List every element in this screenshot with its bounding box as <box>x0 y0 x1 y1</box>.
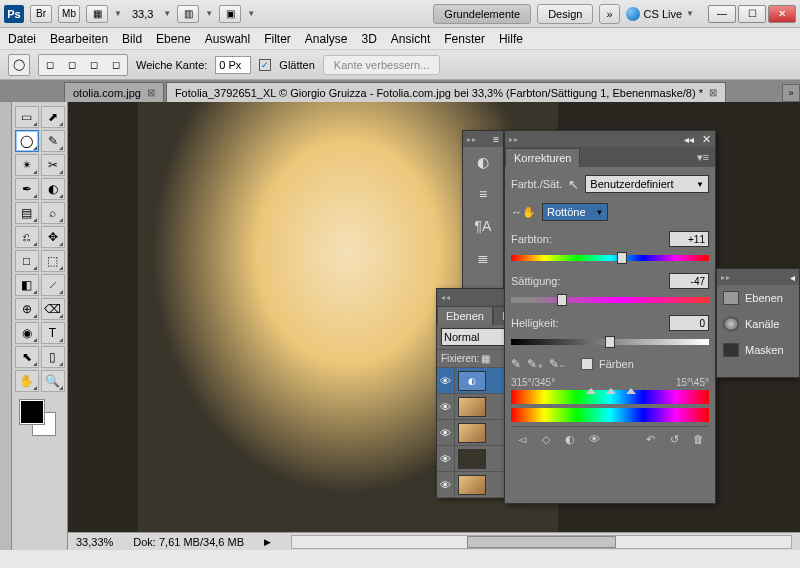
scrollbar-thumb[interactable] <box>467 536 617 548</box>
antialias-checkbox[interactable]: ✓ <box>259 59 271 71</box>
layer-thumbnail[interactable] <box>458 449 486 469</box>
selection-subtract[interactable]: ◻ <box>84 56 104 74</box>
visibility-toggle[interactable]: 👁 <box>437 394 455 419</box>
clip-icon[interactable]: ◐ <box>561 431 579 447</box>
color-swatches[interactable] <box>20 400 60 440</box>
close-icon[interactable]: ✕ <box>702 133 711 146</box>
panel-titlebar[interactable]: ▸▸ ◂◂ ✕ <box>505 131 715 147</box>
tool-preset-picker[interactable]: ◯ <box>8 54 30 76</box>
histogram-icon[interactable]: ≡ <box>470 183 496 205</box>
refine-edge-button[interactable]: Kante verbessern... <box>323 55 440 75</box>
tool-19[interactable]: T <box>41 322 65 344</box>
preset-select[interactable]: Benutzerdefiniert▼ <box>585 175 709 193</box>
blend-mode-select[interactable]: Normal <box>441 328 513 346</box>
eyedropper-add-icon[interactable]: ✎₊ <box>527 357 543 371</box>
minimize-button[interactable]: — <box>708 5 736 23</box>
visibility-toggle[interactable]: 👁 <box>437 472 455 497</box>
tool-17[interactable]: ⌫ <box>41 298 65 320</box>
tool-4[interactable]: ✴ <box>15 154 39 176</box>
chevron-down-icon[interactable]: ▼ <box>163 9 171 18</box>
menu-bearbeiten[interactable]: Bearbeiten <box>50 32 108 46</box>
selection-new[interactable]: ◻ <box>40 56 60 74</box>
tool-16[interactable]: ⊕ <box>15 298 39 320</box>
tool-3[interactable]: ✎ <box>41 130 65 152</box>
tool-18[interactable]: ◉ <box>15 322 39 344</box>
tool-1[interactable]: ⬈ <box>41 106 65 128</box>
close-icon[interactable]: ⊠ <box>147 87 155 98</box>
chevron-down-icon[interactable]: ▼ <box>247 9 255 18</box>
hue-slider[interactable] <box>511 251 709 265</box>
maximize-button[interactable]: ☐ <box>738 5 766 23</box>
document-tab-inactive[interactable]: otolia.com.jpg ⊠ <box>64 82 164 102</box>
paragraph-icon[interactable]: ≣ <box>470 247 496 269</box>
saturation-slider[interactable] <box>511 293 709 307</box>
status-docsize[interactable]: Dok: 7,61 MB/34,6 MB <box>133 536 244 548</box>
tool-14[interactable]: ◧ <box>15 274 39 296</box>
selection-add[interactable]: ◻ <box>62 56 82 74</box>
lightness-slider[interactable] <box>511 335 709 349</box>
tool-2[interactable]: ◯ <box>15 130 39 152</box>
dock-ebenen[interactable]: Ebenen <box>717 285 799 311</box>
menu-bild[interactable]: Bild <box>122 32 142 46</box>
tab-korrekturen[interactable]: Korrekturen <box>505 148 580 167</box>
collapse-icon[interactable]: ◂◂ <box>684 134 694 145</box>
document-tab-active[interactable]: Fotolia_3792651_XL © Giorgio Gruizza - F… <box>166 82 726 102</box>
screen-mode-button[interactable]: ▣ <box>219 5 241 23</box>
adjustments-icon[interactable]: ◐ <box>470 151 496 173</box>
color-range-upper[interactable] <box>511 390 709 404</box>
expand-icon[interactable]: ◇ <box>537 431 555 447</box>
panel-titlebar[interactable]: ▸▸◂ <box>717 269 799 285</box>
tool-23[interactable]: 🔍 <box>41 370 65 392</box>
status-zoom[interactable]: 33,33% <box>76 536 113 548</box>
tab-scroll-right[interactable]: » <box>782 84 800 102</box>
visibility-toggle[interactable]: 👁 <box>437 368 455 393</box>
workspace-more[interactable]: » <box>599 4 619 24</box>
tool-22[interactable]: ✋ <box>15 370 39 392</box>
menu-filter[interactable]: Filter <box>264 32 291 46</box>
menu-auswahl[interactable]: Auswahl <box>205 32 250 46</box>
reset-icon[interactable]: ↺ <box>665 431 683 447</box>
previous-icon[interactable]: ↶ <box>641 431 659 447</box>
close-icon[interactable]: ⊠ <box>709 87 717 98</box>
panel-titlebar[interactable]: ▸▸≡ <box>463 131 503 147</box>
layer-thumbnail[interactable] <box>458 475 486 495</box>
delete-icon[interactable]: 🗑 <box>689 431 707 447</box>
dock-kanaele[interactable]: Kanäle <box>717 311 799 337</box>
tool-13[interactable]: ⬚ <box>41 250 65 272</box>
tool-11[interactable]: ✥ <box>41 226 65 248</box>
colorize-checkbox[interactable] <box>581 358 593 370</box>
menu-fenster[interactable]: Fenster <box>444 32 485 46</box>
workspace-grundelemente[interactable]: Grundelemente <box>433 4 531 24</box>
tool-15[interactable]: ⟋ <box>41 274 65 296</box>
panel-menu-icon[interactable]: ≡ <box>493 134 499 145</box>
visibility-toggle[interactable]: 👁 <box>437 420 455 445</box>
menu-ansicht[interactable]: Ansicht <box>391 32 430 46</box>
panel-menu-icon[interactable]: ▾≡ <box>691 148 715 167</box>
tool-12[interactable]: □ <box>15 250 39 272</box>
chevron-down-icon[interactable]: ▼ <box>114 9 122 18</box>
chevron-right-icon[interactable]: ▶ <box>264 537 271 547</box>
eyedropper-icon[interactable]: ✎ <box>511 357 521 371</box>
workspace-design[interactable]: Design <box>537 4 593 24</box>
view-extras-button[interactable]: ▦ <box>86 5 108 23</box>
tool-8[interactable]: ▤ <box>15 202 39 224</box>
dock-masken[interactable]: Masken <box>717 337 799 363</box>
tab-ebenen[interactable]: Ebenen <box>437 306 493 325</box>
hue-value[interactable] <box>669 231 709 247</box>
horizontal-scrollbar[interactable] <box>291 535 792 549</box>
cs-live[interactable]: CS Live ▼ <box>626 7 694 21</box>
return-icon[interactable]: ◅ <box>513 431 531 447</box>
menu-analyse[interactable]: Analyse <box>305 32 348 46</box>
scrubby-icon[interactable]: ↔✋ <box>511 206 536 219</box>
channel-select[interactable]: Rottöne▼ <box>542 203 608 221</box>
tool-21[interactable]: ▯ <box>41 346 65 368</box>
layer-thumbnail[interactable] <box>458 397 486 417</box>
layer-thumbnail[interactable] <box>458 423 486 443</box>
toolbar-collapse-strip[interactable] <box>0 102 12 550</box>
tool-6[interactable]: ✒ <box>15 178 39 200</box>
tool-20[interactable]: ⬉ <box>15 346 39 368</box>
zoom-level[interactable]: 33,3 <box>128 8 157 20</box>
lock-transparency-icon[interactable]: ▦ <box>481 353 490 364</box>
feather-input[interactable] <box>215 56 251 74</box>
layer-thumbnail[interactable]: ◐ <box>458 371 486 391</box>
